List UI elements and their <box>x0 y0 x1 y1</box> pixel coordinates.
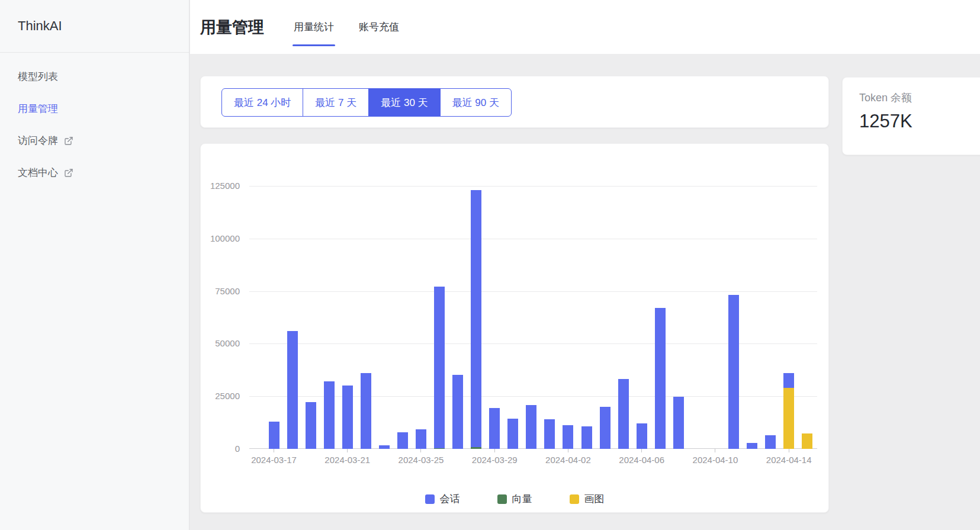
sidebar-item-model-list[interactable]: 模型列表 <box>0 61 189 93</box>
grid-line <box>249 291 817 292</box>
y-axis-labels: 0250005000075000100000125000 <box>201 186 240 449</box>
sidebar-item-label: 模型列表 <box>18 70 58 84</box>
bar-segment <box>544 419 555 449</box>
legend-swatch <box>425 494 435 504</box>
bar-segment <box>747 443 757 449</box>
token-balance-value: 1257K <box>859 111 980 132</box>
x-axis-label: 2024-03-21 <box>319 455 376 465</box>
legend-label: 会话 <box>440 492 460 506</box>
bar-segment <box>324 381 335 449</box>
x-axis-tick <box>641 449 642 452</box>
bar-segment <box>306 402 316 449</box>
page-title: 用量管理 <box>200 17 264 38</box>
x-axis-tick <box>715 449 715 452</box>
bar-segment <box>471 190 481 447</box>
x-axis-tick <box>494 449 495 452</box>
bar-segment <box>802 433 812 449</box>
y-axis-label: 50000 <box>215 338 240 348</box>
legend-item[interactable]: 画图 <box>570 492 605 506</box>
legend-label: 向量 <box>512 492 532 506</box>
sidebar-nav: 模型列表 用量管理 访问令牌 文档中心 <box>0 53 189 189</box>
bar-segment <box>618 379 629 449</box>
x-axis-labels: 2024-03-172024-03-212024-03-252024-03-29… <box>249 455 817 468</box>
bar-segment <box>783 388 794 449</box>
grid-line <box>249 186 817 187</box>
brand-logo: ThinkAI <box>0 0 189 53</box>
x-axis-label: 2024-04-02 <box>539 455 596 465</box>
header-tabs: 用量统计 账号充值 <box>293 18 400 36</box>
x-axis-tick <box>789 449 789 452</box>
chart-plot <box>249 186 817 449</box>
bar-segment <box>526 405 536 449</box>
external-link-icon <box>64 136 73 146</box>
grid-line <box>249 239 817 239</box>
y-axis-label: 25000 <box>215 391 240 401</box>
bar-segment <box>673 397 684 449</box>
sidebar-item-access-tokens[interactable]: 访问令牌 <box>0 125 189 157</box>
bar-segment <box>765 435 776 449</box>
token-balance-label: Token 余额 <box>859 91 980 105</box>
x-axis-tick <box>274 449 274 452</box>
y-axis-label: 0 <box>235 444 240 454</box>
legend-swatch <box>570 494 579 504</box>
range-button-24h[interactable]: 最近 24 小时 <box>221 88 303 117</box>
range-button-7d[interactable]: 最近 7 天 <box>303 88 369 117</box>
bar-segment <box>452 375 463 449</box>
range-button-90d[interactable]: 最近 90 天 <box>440 88 512 117</box>
bar-segment <box>397 432 408 449</box>
token-balance-card: Token 余额 1257K <box>842 77 980 155</box>
page-header: 用量管理 用量统计 账号充值 <box>190 0 980 54</box>
bar-segment <box>269 422 279 449</box>
bar-segment <box>581 426 592 449</box>
bar-segment <box>361 373 371 449</box>
app-root: ThinkAI 模型列表 用量管理 访问令牌 文档中心 用量 <box>0 0 980 530</box>
x-axis-tick <box>347 449 348 452</box>
time-range-button-group: 最近 24 小时 最近 7 天 最近 30 天 最近 90 天 <box>221 88 512 117</box>
x-axis-label: 2024-04-10 <box>687 455 744 465</box>
tab-account-recharge[interactable]: 账号充值 <box>358 18 400 36</box>
x-axis-tick <box>420 449 421 452</box>
range-button-30d[interactable]: 最近 30 天 <box>368 88 440 117</box>
sidebar-item-usage[interactable]: 用量管理 <box>0 93 189 125</box>
y-axis-label: 100000 <box>210 233 240 243</box>
x-axis-label: 2024-03-25 <box>393 455 449 465</box>
bar-segment <box>434 287 445 448</box>
tab-usage-stats[interactable]: 用量统计 <box>293 18 335 36</box>
x-axis-label: 2024-03-29 <box>466 455 523 465</box>
x-axis-label: 2024-04-06 <box>613 455 670 465</box>
bar-segment <box>287 331 298 449</box>
sidebar-item-label: 访问令牌 <box>18 134 58 148</box>
x-axis-tick <box>568 449 568 452</box>
x-axis-label: 2024-04-14 <box>760 455 817 465</box>
bar-segment <box>600 407 611 449</box>
bar-segment <box>471 447 481 449</box>
bar-segment <box>434 448 445 449</box>
usage-chart-card: 0250005000075000100000125000 2024-03-172… <box>200 143 829 513</box>
time-range-card: 最近 24 小时 最近 7 天 最近 30 天 最近 90 天 <box>200 76 829 128</box>
sidebar-item-label: 文档中心 <box>18 166 58 180</box>
sidebar-item-docs[interactable]: 文档中心 <box>0 157 189 189</box>
bar-segment <box>342 386 353 449</box>
bar-segment <box>489 408 500 449</box>
bar-segment <box>655 308 666 449</box>
y-axis-label: 75000 <box>215 286 240 296</box>
bar-segment <box>507 419 518 449</box>
legend-swatch <box>497 494 507 504</box>
bar-segment <box>783 373 794 388</box>
bar-segment <box>637 423 647 449</box>
bar-segment <box>379 445 390 449</box>
bar-segment <box>416 429 426 449</box>
y-axis-label: 125000 <box>210 181 240 191</box>
legend-item[interactable]: 向量 <box>497 492 532 506</box>
sidebar-item-label: 用量管理 <box>18 102 58 116</box>
x-axis-label: 2024-03-17 <box>246 455 303 465</box>
bar-segment <box>563 425 573 449</box>
bar-segment <box>728 295 739 449</box>
legend-label: 画图 <box>584 492 605 506</box>
chart-legend: 会话向量画图 <box>201 492 828 506</box>
sidebar: ThinkAI 模型列表 用量管理 访问令牌 文档中心 <box>0 0 189 530</box>
legend-item[interactable]: 会话 <box>425 492 460 506</box>
external-link-icon <box>64 168 73 178</box>
